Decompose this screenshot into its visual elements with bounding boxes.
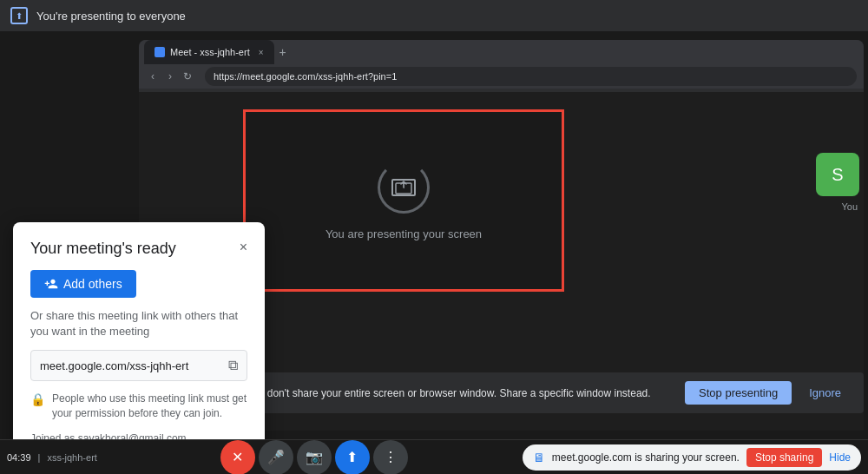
taskbar-center: ✕ 🎤 📷 ⬆ ⋮ xyxy=(109,440,519,475)
share-notice-icon: 🖥 xyxy=(533,451,545,464)
tab-bar: Meet - xss-jqhh-ert × + xyxy=(139,40,864,64)
forward-btn[interactable]: › xyxy=(163,69,177,83)
meeting-ready-dialog: Your meeting's ready × Add others Or sha… xyxy=(13,222,265,463)
tab-favicon xyxy=(155,47,165,57)
browser-tab[interactable]: Meet - xss-jqhh-ert × xyxy=(144,40,274,64)
title-bar-icon: ⬆ xyxy=(10,7,28,24)
you-label: You xyxy=(841,201,858,212)
add-others-label: Add others xyxy=(63,277,122,291)
title-bar: ⬆ You're presenting to everyone xyxy=(0,0,868,31)
dialog-close-button[interactable]: × xyxy=(240,240,247,255)
screen-share-button[interactable]: ⬆ xyxy=(335,440,370,475)
taskbar-share-notice: 🖥 meet.google.com is sharing your screen… xyxy=(523,444,861,471)
dialog-description: Or share this meeting link with others t… xyxy=(30,308,247,339)
hide-button[interactable]: Hide xyxy=(829,451,851,464)
screen-share-area: You are presenting your screen xyxy=(243,109,564,292)
shield-icon: 🔒 xyxy=(30,392,45,406)
avatar: S xyxy=(816,153,859,196)
main-content: Meet - xss-jqhh-ert × + ‹ › ↻ https://me… xyxy=(0,31,868,474)
more-options-button[interactable]: ⋮ xyxy=(373,440,408,475)
dialog-title: Your meeting's ready xyxy=(30,240,176,258)
stop-presenting-button[interactable]: Stop presenting xyxy=(685,381,792,405)
address-bar[interactable]: https://meet.google.com/xss-jqhh-ert?pin… xyxy=(205,67,857,86)
present-icon xyxy=(395,181,412,194)
tab-close-btn[interactable]: × xyxy=(259,48,264,57)
screen-share-text: You are presenting your screen xyxy=(326,227,482,240)
svg-rect-0 xyxy=(396,183,411,194)
meeting-link-text: meet.google.com/xss-jqhh-ert xyxy=(40,359,221,372)
avatar-letter: S xyxy=(832,165,843,185)
title-bar-text: You're presenting to everyone xyxy=(36,10,186,23)
mic-button[interactable]: 🎤 xyxy=(259,440,293,475)
dialog-header: Your meeting's ready × xyxy=(30,240,247,258)
address-bar-row: ‹ › ↻ https://meet.google.com/xss-jqhh-e… xyxy=(139,64,864,89)
camera-button[interactable]: 📷 xyxy=(297,440,332,475)
add-person-icon xyxy=(44,277,58,291)
meeting-link-row: meet.google.com/xss-jqhh-ert ⧉ xyxy=(30,350,247,381)
share-icon-inner xyxy=(391,179,416,196)
permission-info: 🔒 People who use this meeting link must … xyxy=(30,392,247,421)
taskbar-separator: | xyxy=(38,452,41,463)
copy-link-icon[interactable]: ⧉ xyxy=(228,358,238,373)
ignore-button[interactable]: Ignore xyxy=(800,381,850,405)
taskbar-time: 04:39 xyxy=(7,452,31,463)
taskbar: 04:39 | xss-jqhh-ert ✕ 🎤 📷 ⬆ ⋮ 🖥 meet.go… xyxy=(0,439,868,474)
end-call-button[interactable]: ✕ xyxy=(220,440,255,475)
url-text: https://meet.google.com/xss-jqhh-ert?pin… xyxy=(214,71,397,82)
add-others-button[interactable]: Add others xyxy=(30,270,136,298)
share-notice-text: meet.google.com is sharing your screen. xyxy=(552,451,740,464)
share-icon-circle xyxy=(378,161,430,214)
browser-nav: ‹ › ↻ xyxy=(146,69,194,83)
stop-sharing-button[interactable]: Stop sharing xyxy=(746,448,822,467)
tab-title: Meet - xss-jqhh-ert xyxy=(170,47,250,57)
permission-text: People who use this meeting link must ge… xyxy=(52,392,247,421)
back-btn[interactable]: ‹ xyxy=(146,69,160,83)
taskbar-meeting-id: xss-jqhh-ert xyxy=(47,452,96,463)
new-tab-btn[interactable]: + xyxy=(279,45,286,59)
reload-btn[interactable]: ↻ xyxy=(181,69,194,83)
